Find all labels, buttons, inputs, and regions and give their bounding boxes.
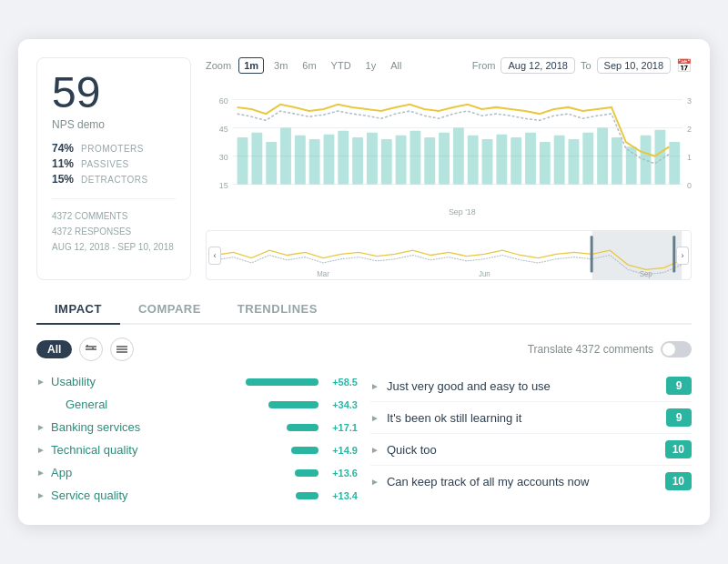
impact-item-technical[interactable]: ► Technical quality +14.9: [36, 438, 358, 461]
impact-bar: [287, 424, 318, 431]
bottom-section: All Translate 4372 comments ► Usability: [36, 337, 692, 507]
comment-text: Just very good and easy to use: [387, 379, 666, 393]
mini-nav-left[interactable]: ‹: [208, 247, 221, 265]
impact-item-usability[interactable]: ► Usability +58.5: [36, 370, 358, 393]
svg-text:Jun: Jun: [479, 270, 490, 278]
responses-count: 4372 RESPONSES: [52, 224, 176, 239]
impact-bar-wrap: +13.4: [296, 490, 358, 501]
svg-text:200: 200: [687, 125, 692, 134]
item-label: Banking services: [51, 420, 287, 434]
detractors-pct: 15%: [52, 173, 81, 186]
translate-label: Translate 4372 comments: [528, 343, 653, 356]
item-label: Service quality: [51, 488, 296, 502]
item-label: Technical quality: [51, 443, 291, 457]
tab-impact[interactable]: IMPACT: [36, 295, 120, 325]
mini-chart: Mar Jun Sep ‹ ›: [206, 230, 692, 280]
svg-text:Mar: Mar: [317, 270, 329, 278]
svg-rect-29: [482, 139, 493, 185]
zoom-1y[interactable]: 1y: [361, 58, 381, 73]
passives-row: 11% PASSIVES: [52, 157, 176, 170]
detractors-label: DETRACTORS: [81, 175, 148, 185]
comments-list: ► Just very good and easy to use 9 ► It'…: [370, 370, 692, 507]
translate-row: Translate 4372 comments: [528, 341, 692, 358]
main-chart: 60 45 30 15 300 200 100 0: [206, 81, 692, 227]
comment-item-1[interactable]: ► Just very good and easy to use 9: [370, 370, 692, 402]
chevron-icon: ►: [36, 377, 46, 387]
item-label: App: [51, 466, 295, 479]
impact-val: +34.3: [323, 399, 358, 410]
comment-item-4[interactable]: ► Can keep track of all my accounts now …: [370, 466, 692, 497]
impact-bar-wrap: +58.5: [246, 377, 358, 388]
svg-rect-14: [266, 142, 277, 184]
comment-item-2[interactable]: ► It's been ok still learning it 9: [370, 402, 692, 434]
filter-icon-1[interactable]: [79, 337, 103, 361]
svg-text:30: 30: [219, 153, 228, 162]
zoom-6m[interactable]: 6m: [298, 58, 320, 73]
svg-rect-37: [597, 128, 608, 185]
filter-icon-2[interactable]: [110, 337, 134, 361]
zoom-1m[interactable]: 1m: [238, 57, 264, 74]
svg-text:60: 60: [219, 96, 228, 106]
svg-rect-36: [582, 133, 593, 185]
svg-text:300: 300: [687, 96, 692, 106]
comment-score: 10: [665, 472, 692, 490]
svg-rect-27: [453, 128, 464, 185]
main-chart-svg: 60 45 30 15 300 200 100 0: [206, 81, 692, 227]
impact-item-service[interactable]: ► Service quality +13.4: [36, 484, 358, 507]
svg-rect-49: [672, 236, 675, 272]
comment-chevron-icon: ►: [370, 477, 379, 487]
comments-count: 4372 COMMENTS: [52, 208, 176, 224]
svg-text:15: 15: [219, 181, 228, 190]
svg-rect-34: [554, 136, 565, 185]
impact-item-banking[interactable]: ► Banking services +17.1: [36, 416, 358, 438]
comment-score: 9: [666, 377, 692, 395]
impact-bar-wrap: +34.3: [268, 399, 358, 410]
svg-rect-26: [439, 133, 450, 185]
impact-item-app[interactable]: ► App +13.6: [36, 461, 358, 484]
svg-rect-35: [569, 139, 580, 185]
svg-rect-25: [424, 137, 435, 185]
svg-text:45: 45: [219, 125, 228, 134]
svg-rect-12: [238, 137, 248, 185]
tab-trendlines[interactable]: TRENDLINES: [219, 295, 336, 325]
chevron-icon: ►: [36, 490, 46, 500]
to-date[interactable]: Sep 10, 2018: [597, 57, 671, 74]
mini-nav-right[interactable]: ›: [676, 247, 689, 265]
date-range: AUG 12, 2018 - SEP 10, 2018: [52, 239, 176, 255]
impact-bar-wrap: +14.9: [291, 445, 358, 456]
comment-chevron-icon: ►: [370, 413, 379, 423]
svg-rect-30: [496, 135, 507, 185]
calendar-icon[interactable]: 📅: [676, 58, 692, 73]
bottom-content: ► Usability +58.5 ► General +34.3: [36, 370, 692, 507]
detractors-row: 15% DETRACTORS: [52, 173, 176, 186]
svg-rect-22: [381, 139, 392, 185]
svg-rect-20: [352, 137, 363, 185]
promoters-pct: 74%: [52, 142, 81, 155]
svg-rect-16: [295, 136, 306, 185]
chevron-icon: ►: [36, 422, 46, 432]
impact-bar: [296, 492, 318, 499]
zoom-all[interactable]: All: [386, 58, 406, 73]
nps-panel: 59 NPS demo 74% PROMOTERS 11% PASSIVES 1…: [36, 57, 191, 280]
zoom-ytd[interactable]: YTD: [327, 58, 356, 73]
mini-chart-svg: Mar Jun Sep: [207, 231, 691, 279]
impact-list: ► Usability +58.5 ► General +34.3: [36, 370, 358, 507]
impact-val: +58.5: [323, 377, 358, 388]
chevron-icon: ►: [36, 445, 46, 455]
date-controls: From Aug 12, 2018 To Sep 10, 2018 📅: [472, 57, 692, 74]
svg-rect-38: [612, 137, 622, 185]
comment-score: 9: [666, 408, 692, 427]
svg-rect-48: [591, 236, 593, 272]
nps-score: 59: [52, 71, 176, 115]
svg-rect-31: [511, 137, 521, 185]
filter-all-button[interactable]: All: [36, 340, 72, 358]
to-label: To: [581, 60, 592, 71]
impact-item-general[interactable]: ► General +34.3: [36, 393, 358, 416]
svg-rect-24: [410, 131, 420, 185]
translate-toggle[interactable]: [661, 341, 692, 358]
tab-compare[interactable]: COMPARE: [120, 295, 219, 325]
impact-bar: [291, 447, 318, 454]
from-date[interactable]: Aug 12, 2018: [500, 57, 574, 74]
comment-item-3[interactable]: ► Quick too 10: [370, 434, 692, 466]
zoom-3m[interactable]: 3m: [269, 58, 292, 73]
